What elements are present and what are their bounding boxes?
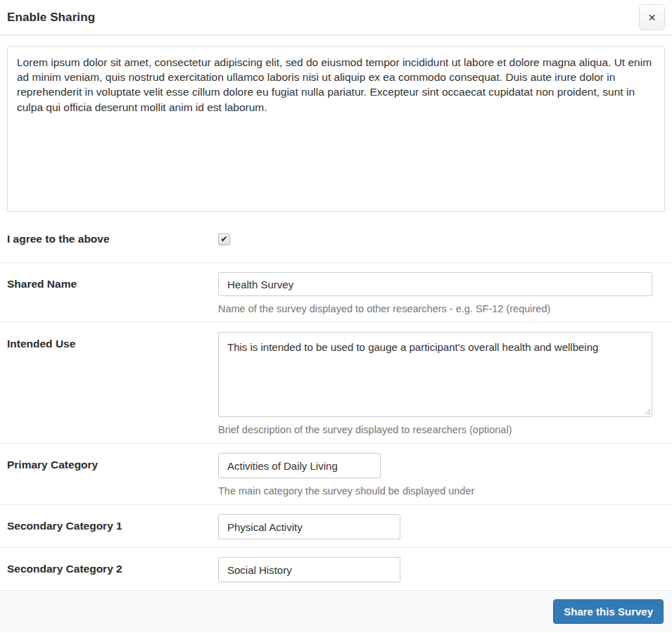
secondary-category-1-label: Secondary Category 1 <box>7 514 218 532</box>
primary-category-label: Primary Category <box>7 453 218 471</box>
secondary-category-1-row: Secondary Category 1 Physical Activity <box>0 505 672 548</box>
primary-category-select[interactable]: Activities of Daily Living <box>218 453 381 478</box>
checkmark-icon: ✔ <box>220 234 227 244</box>
shared-name-input[interactable] <box>218 272 652 296</box>
primary-category-row: Primary Category Activities of Daily Liv… <box>0 444 672 505</box>
modal-title: Enable Sharing <box>7 11 95 25</box>
intended-use-textarea-wrap: This is intended to be used to gauge a p… <box>218 332 652 417</box>
modal-header: Enable Sharing ✕ <box>0 0 672 36</box>
agree-label: I agree to the above <box>7 233 218 245</box>
secondary-category-1-value: Physical Activity <box>227 521 303 533</box>
secondary-category-1-control-col: Physical Activity <box>218 514 665 539</box>
modal-footer: Share this Survey <box>0 591 672 632</box>
secondary-category-2-select[interactable]: Social History <box>218 557 400 582</box>
secondary-category-2-control-col: Social History <box>218 557 665 582</box>
intended-use-textarea[interactable]: This is intended to be used to gauge a p… <box>218 332 652 417</box>
secondary-category-2-value: Social History <box>227 564 292 576</box>
intended-use-label: Intended Use <box>7 332 218 350</box>
intended-use-help: Brief description of the survey displaye… <box>218 424 665 435</box>
primary-category-help: The main category the survey should be d… <box>218 485 665 497</box>
secondary-category-1-select[interactable]: Physical Activity <box>218 514 400 539</box>
primary-category-control-col: Activities of Daily Living The main cate… <box>218 453 665 497</box>
close-button[interactable]: ✕ <box>639 4 665 30</box>
agree-checkbox[interactable]: ✔ <box>218 234 230 245</box>
agree-control-col: ✔ <box>218 234 665 245</box>
agree-row: I agree to the above ✔ <box>0 212 672 263</box>
secondary-category-2-row: Secondary Category 2 Social History <box>0 548 672 591</box>
shared-name-row: Shared Name Name of the survey displayed… <box>0 263 672 323</box>
secondary-category-2-label: Secondary Category 2 <box>7 557 218 575</box>
intended-use-control-col: This is intended to be used to gauge a p… <box>218 332 665 435</box>
terms-text-box: Lorem ipsum dolor sit amet, consectetur … <box>7 46 665 212</box>
shared-name-control-col: Name of the survey displayed to other re… <box>218 272 665 314</box>
share-this-survey-button[interactable]: Share this Survey <box>553 599 664 624</box>
intended-use-row: Intended Use This is intended to be used… <box>0 323 672 444</box>
enable-sharing-modal: Enable Sharing ✕ Lorem ipsum dolor sit a… <box>0 0 672 632</box>
shared-name-help: Name of the survey displayed to other re… <box>218 303 665 314</box>
close-icon: ✕ <box>648 13 657 23</box>
shared-name-label: Shared Name <box>7 272 218 290</box>
primary-category-value: Activities of Daily Living <box>227 460 338 472</box>
